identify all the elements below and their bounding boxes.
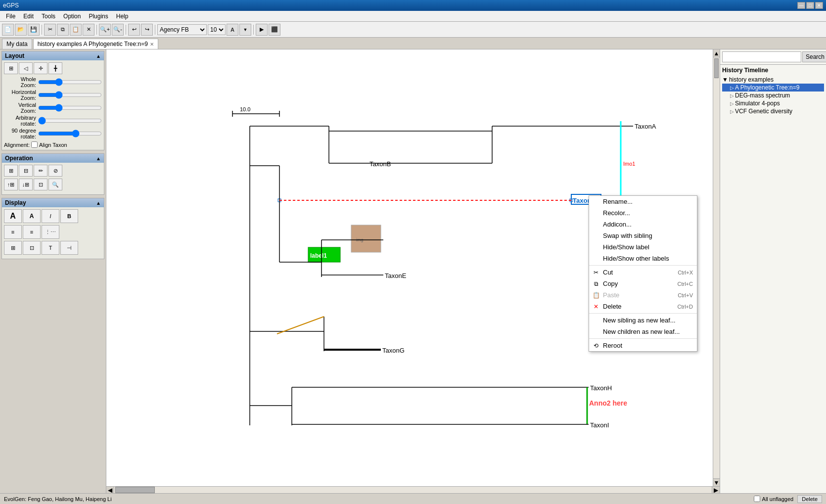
op-btn-2[interactable]: ⊟ [19,165,33,177]
ctx-new-sibling[interactable]: New sibling as new leaf... [589,315,697,326]
maximize-button[interactable]: □ [806,2,814,9]
whole-zoom-slider[interactable] [38,78,102,86]
delete-button[interactable]: ✕ [83,24,94,36]
scroll-right-button[interactable]: ▶ [712,487,720,493]
menu-tools[interactable]: Tools [38,12,59,21]
op-btn-5[interactable]: ↑⊞ [4,179,18,190]
paste-icon: 📋 [592,291,600,299]
ctx-addicon[interactable]: Addicon... [589,219,697,230]
ctx-rename[interactable]: Rename... [589,196,697,207]
ctx-hide-other[interactable]: Hide/Show other labels [589,253,697,264]
disp-btn-align-left[interactable]: ≡ [4,225,22,239]
tab-phylotree[interactable]: history examples A Phylogenetic Tree:n=9… [33,39,158,49]
zoom-in-button[interactable]: 🔍+ [99,24,111,36]
paste-button[interactable]: 📋 [70,24,82,36]
op-btn-8[interactable]: 🔍 [48,179,62,190]
vertical-scrollbar[interactable]: ▲ ▼ [713,49,720,486]
history-expand-icon[interactable]: ▼ [722,76,728,83]
op-row-2: ↑⊞ ↓⊞ ⊡ 🔍 [4,179,102,190]
layout-section-header[interactable]: Layout ▲ [2,51,104,60]
operation-section-header[interactable]: Operation ▲ [2,154,104,163]
op-btn-6[interactable]: ↓⊞ [19,179,33,190]
menu-file[interactable]: File [2,12,19,21]
scroll-thumb-h[interactable] [115,487,155,493]
open-button[interactable]: 📂 [15,24,27,36]
ctx-reroot[interactable]: ⟲ Reroot [589,340,697,351]
disp-btn-bold[interactable]: B [60,209,78,223]
op-btn-7[interactable]: ⊡ [34,179,47,190]
history-item-1[interactable]: ▷ DEG-mass spectrum [722,92,824,99]
ctx-new-children[interactable]: New children as new leaf... [589,326,697,337]
disp-btn-align2[interactable]: ⊣ [60,241,78,255]
menu-option[interactable]: Option [59,12,85,21]
disp-btn-italic[interactable]: I [42,209,59,223]
search-input[interactable] [722,51,801,62]
horizontal-scrollbar[interactable]: ◀ ▶ [106,486,720,493]
menu-edit[interactable]: Edit [19,12,38,21]
history-panel: History Timeline ▼ history examples ▷ A … [720,65,826,117]
ctx-copy[interactable]: ⧉ Copy Ctrl+C [589,278,697,289]
font-family-select[interactable]: Agency FB [157,24,207,35]
play-button[interactable]: ▶ [256,24,268,36]
layout-btn-2[interactable]: ◁ [19,62,33,74]
undo-button[interactable]: ↩ [128,24,140,36]
font-color-button[interactable]: A [227,24,238,36]
scroll-left-button[interactable]: ◀ [106,487,114,493]
arb-rotate-slider[interactable] [38,117,102,125]
disp-btn-A-small[interactable]: A [23,209,41,223]
minimize-button[interactable]: — [797,2,805,9]
layout-btn-3[interactable]: ✛ [34,62,47,74]
disp-btn-align-center[interactable]: ≡ [23,225,41,239]
history-item-3[interactable]: ▷ VCF Genetic diversity [722,107,824,115]
ctx-hide-label[interactable]: Hide/Show label [589,241,697,253]
disp-btn-box2[interactable]: ⊡ [23,241,41,255]
close-button[interactable]: ✕ [815,2,823,9]
menu-plugins[interactable]: Plugins [85,12,112,21]
horiz-zoom-slider[interactable] [38,91,102,99]
ctx-delete-shortcut: Ctrl+D [678,304,693,310]
ctx-paste[interactable]: 📋 Paste Ctrl+V [589,289,697,301]
stop-button[interactable]: ⬛ [269,24,280,36]
disp-row-3: ⊞ ⊡ T ⊣ [4,241,102,255]
font-bold-button[interactable]: ▼ [239,24,251,36]
disp-btn-box[interactable]: ⊞ [4,241,22,255]
op-btn-4[interactable]: ⊘ [48,165,62,177]
new-button[interactable]: 📄 [2,24,14,36]
delete-button-status[interactable]: Delete [797,495,822,503]
deg90-rotate-slider[interactable] [38,130,102,137]
menu-help[interactable]: Help [112,12,133,21]
cut-button[interactable]: ✂ [44,24,56,36]
align-checkbox[interactable] [31,141,38,148]
ctx-recolor[interactable]: Recolor... [589,207,697,219]
toolbar-sep-1 [42,25,42,35]
disp-btn-A-large[interactable]: A [4,209,22,223]
history-item-2[interactable]: ▷ Simulator 4-pops [722,99,824,107]
scroll-thumb-v[interactable] [714,58,719,78]
op-btn-1[interactable]: ⊞ [4,165,18,177]
display-section-header[interactable]: Display ▲ [2,198,104,207]
scroll-up-button[interactable]: ▲ [713,49,720,57]
tab-mydata[interactable]: My data [2,39,32,49]
op-btn-3[interactable]: ✏ [34,165,47,177]
font-size-select[interactable]: 10 [208,24,226,35]
ctx-sep-2 [589,313,697,314]
all-unflagged-checkbox[interactable] [754,496,760,502]
zoom-out-button[interactable]: 🔍- [112,24,124,36]
ctx-swap[interactable]: Swap with sibling [589,230,697,241]
disp-btn-align-right[interactable]: ⋮⋯ [42,225,59,239]
tab-close-icon[interactable]: ✕ [150,42,154,47]
search-button[interactable]: Search [802,51,826,62]
history-item-0[interactable]: ▷ A Phylogenetic Tree:n=9 [722,84,824,92]
layout-btn-4[interactable]: ╋ [48,62,62,74]
layout-btn-1[interactable]: ⊞ [4,62,18,74]
scroll-down-button[interactable]: ▼ [713,478,720,486]
deg90-rotate-label: 90 degree rotate: [4,128,38,139]
canvas-area[interactable]: 10.0 TaxonA TaxonB [106,49,713,486]
redo-button[interactable]: ↪ [141,24,153,36]
copy-button[interactable]: ⧉ [57,24,69,36]
ctx-cut[interactable]: ✂ Cut Ctrl+X [589,267,697,278]
ctx-delete[interactable]: ✕ Delete Ctrl+D [589,301,697,312]
vert-zoom-slider[interactable] [38,104,102,112]
disp-btn-text[interactable]: T [42,241,59,255]
save-button[interactable]: 💾 [28,24,40,36]
